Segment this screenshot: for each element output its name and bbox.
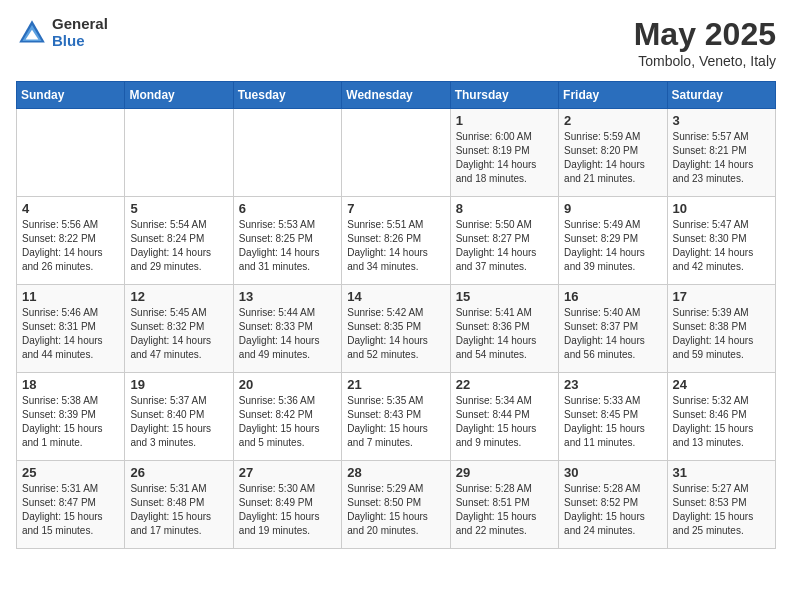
calendar-cell: 9Sunrise: 5:49 AM Sunset: 8:29 PM Daylig… [559,197,667,285]
calendar-cell: 22Sunrise: 5:34 AM Sunset: 8:44 PM Dayli… [450,373,558,461]
day-info: Sunrise: 5:31 AM Sunset: 8:47 PM Dayligh… [22,482,119,538]
day-info: Sunrise: 5:30 AM Sunset: 8:49 PM Dayligh… [239,482,336,538]
calendar-cell: 1Sunrise: 6:00 AM Sunset: 8:19 PM Daylig… [450,109,558,197]
calendar-cell [17,109,125,197]
calendar-week-row: 25Sunrise: 5:31 AM Sunset: 8:47 PM Dayli… [17,461,776,549]
calendar-cell: 31Sunrise: 5:27 AM Sunset: 8:53 PM Dayli… [667,461,775,549]
calendar-cell: 15Sunrise: 5:41 AM Sunset: 8:36 PM Dayli… [450,285,558,373]
day-number: 19 [130,377,227,392]
day-info: Sunrise: 5:45 AM Sunset: 8:32 PM Dayligh… [130,306,227,362]
day-header: Friday [559,82,667,109]
day-number: 26 [130,465,227,480]
calendar-cell: 2Sunrise: 5:59 AM Sunset: 8:20 PM Daylig… [559,109,667,197]
calendar-week-row: 11Sunrise: 5:46 AM Sunset: 8:31 PM Dayli… [17,285,776,373]
title-block: May 2025 Tombolo, Veneto, Italy [634,16,776,69]
day-header: Thursday [450,82,558,109]
calendar-cell: 11Sunrise: 5:46 AM Sunset: 8:31 PM Dayli… [17,285,125,373]
day-info: Sunrise: 5:36 AM Sunset: 8:42 PM Dayligh… [239,394,336,450]
logo-text: General Blue [52,16,108,49]
day-number: 18 [22,377,119,392]
calendar-cell [233,109,341,197]
calendar-cell: 14Sunrise: 5:42 AM Sunset: 8:35 PM Dayli… [342,285,450,373]
day-number: 9 [564,201,661,216]
calendar-cell: 27Sunrise: 5:30 AM Sunset: 8:49 PM Dayli… [233,461,341,549]
calendar-cell: 4Sunrise: 5:56 AM Sunset: 8:22 PM Daylig… [17,197,125,285]
day-info: Sunrise: 6:00 AM Sunset: 8:19 PM Dayligh… [456,130,553,186]
day-info: Sunrise: 5:47 AM Sunset: 8:30 PM Dayligh… [673,218,770,274]
day-number: 4 [22,201,119,216]
day-header-row: SundayMondayTuesdayWednesdayThursdayFrid… [17,82,776,109]
calendar-cell: 6Sunrise: 5:53 AM Sunset: 8:25 PM Daylig… [233,197,341,285]
day-number: 5 [130,201,227,216]
day-number: 25 [22,465,119,480]
day-number: 14 [347,289,444,304]
calendar-cell: 24Sunrise: 5:32 AM Sunset: 8:46 PM Dayli… [667,373,775,461]
day-number: 16 [564,289,661,304]
day-header: Wednesday [342,82,450,109]
day-number: 29 [456,465,553,480]
calendar-cell: 8Sunrise: 5:50 AM Sunset: 8:27 PM Daylig… [450,197,558,285]
day-number: 30 [564,465,661,480]
day-number: 12 [130,289,227,304]
calendar-cell: 10Sunrise: 5:47 AM Sunset: 8:30 PM Dayli… [667,197,775,285]
calendar-cell: 18Sunrise: 5:38 AM Sunset: 8:39 PM Dayli… [17,373,125,461]
calendar-cell: 21Sunrise: 5:35 AM Sunset: 8:43 PM Dayli… [342,373,450,461]
day-number: 17 [673,289,770,304]
day-number: 21 [347,377,444,392]
day-header: Sunday [17,82,125,109]
calendar-cell [342,109,450,197]
calendar-week-row: 4Sunrise: 5:56 AM Sunset: 8:22 PM Daylig… [17,197,776,285]
day-number: 7 [347,201,444,216]
calendar-week-row: 18Sunrise: 5:38 AM Sunset: 8:39 PM Dayli… [17,373,776,461]
day-number: 28 [347,465,444,480]
day-info: Sunrise: 5:40 AM Sunset: 8:37 PM Dayligh… [564,306,661,362]
day-info: Sunrise: 5:33 AM Sunset: 8:45 PM Dayligh… [564,394,661,450]
calendar-cell [125,109,233,197]
day-info: Sunrise: 5:53 AM Sunset: 8:25 PM Dayligh… [239,218,336,274]
day-number: 27 [239,465,336,480]
calendar-cell: 16Sunrise: 5:40 AM Sunset: 8:37 PM Dayli… [559,285,667,373]
day-info: Sunrise: 5:57 AM Sunset: 8:21 PM Dayligh… [673,130,770,186]
day-info: Sunrise: 5:41 AM Sunset: 8:36 PM Dayligh… [456,306,553,362]
day-info: Sunrise: 5:39 AM Sunset: 8:38 PM Dayligh… [673,306,770,362]
calendar-cell: 20Sunrise: 5:36 AM Sunset: 8:42 PM Dayli… [233,373,341,461]
page-header: General Blue May 2025 Tombolo, Veneto, I… [16,16,776,69]
day-number: 20 [239,377,336,392]
day-number: 1 [456,113,553,128]
day-number: 23 [564,377,661,392]
calendar-table: SundayMondayTuesdayWednesdayThursdayFrid… [16,81,776,549]
calendar-cell: 12Sunrise: 5:45 AM Sunset: 8:32 PM Dayli… [125,285,233,373]
calendar-cell: 13Sunrise: 5:44 AM Sunset: 8:33 PM Dayli… [233,285,341,373]
calendar-cell: 26Sunrise: 5:31 AM Sunset: 8:48 PM Dayli… [125,461,233,549]
day-info: Sunrise: 5:37 AM Sunset: 8:40 PM Dayligh… [130,394,227,450]
calendar-cell: 29Sunrise: 5:28 AM Sunset: 8:51 PM Dayli… [450,461,558,549]
day-info: Sunrise: 5:35 AM Sunset: 8:43 PM Dayligh… [347,394,444,450]
day-number: 15 [456,289,553,304]
month-title: May 2025 [634,16,776,53]
calendar-cell: 23Sunrise: 5:33 AM Sunset: 8:45 PM Dayli… [559,373,667,461]
day-info: Sunrise: 5:49 AM Sunset: 8:29 PM Dayligh… [564,218,661,274]
day-info: Sunrise: 5:34 AM Sunset: 8:44 PM Dayligh… [456,394,553,450]
day-header: Tuesday [233,82,341,109]
calendar-week-row: 1Sunrise: 6:00 AM Sunset: 8:19 PM Daylig… [17,109,776,197]
day-info: Sunrise: 5:28 AM Sunset: 8:51 PM Dayligh… [456,482,553,538]
day-info: Sunrise: 5:44 AM Sunset: 8:33 PM Dayligh… [239,306,336,362]
logo-general: General [52,16,108,33]
day-number: 6 [239,201,336,216]
day-info: Sunrise: 5:31 AM Sunset: 8:48 PM Dayligh… [130,482,227,538]
day-info: Sunrise: 5:50 AM Sunset: 8:27 PM Dayligh… [456,218,553,274]
day-number: 3 [673,113,770,128]
day-info: Sunrise: 5:28 AM Sunset: 8:52 PM Dayligh… [564,482,661,538]
calendar-cell: 30Sunrise: 5:28 AM Sunset: 8:52 PM Dayli… [559,461,667,549]
day-info: Sunrise: 5:38 AM Sunset: 8:39 PM Dayligh… [22,394,119,450]
day-number: 24 [673,377,770,392]
calendar-cell: 25Sunrise: 5:31 AM Sunset: 8:47 PM Dayli… [17,461,125,549]
day-info: Sunrise: 5:29 AM Sunset: 8:50 PM Dayligh… [347,482,444,538]
calendar-cell: 19Sunrise: 5:37 AM Sunset: 8:40 PM Dayli… [125,373,233,461]
day-number: 22 [456,377,553,392]
day-info: Sunrise: 5:56 AM Sunset: 8:22 PM Dayligh… [22,218,119,274]
day-info: Sunrise: 5:42 AM Sunset: 8:35 PM Dayligh… [347,306,444,362]
day-number: 11 [22,289,119,304]
day-header: Monday [125,82,233,109]
day-number: 2 [564,113,661,128]
